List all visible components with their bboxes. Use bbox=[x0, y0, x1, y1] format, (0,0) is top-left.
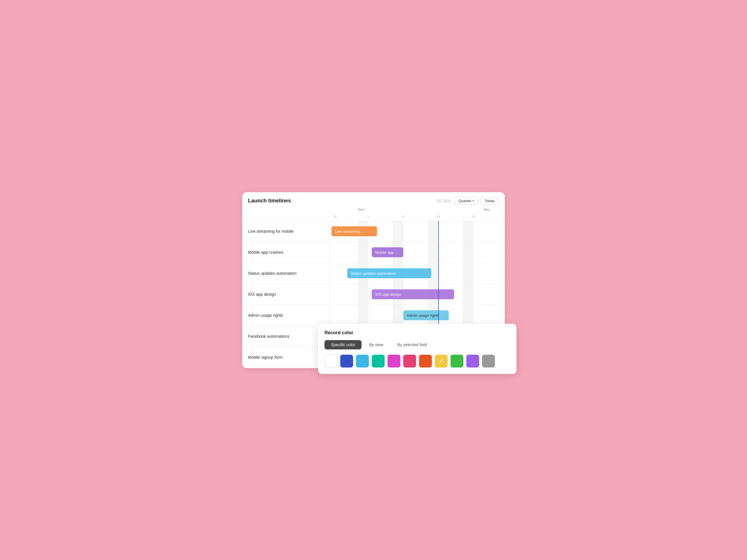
swatch-white[interactable] bbox=[325, 355, 337, 368]
date-12: 12 bbox=[402, 215, 405, 218]
swatch-dark-blue[interactable] bbox=[340, 355, 353, 368]
swatch-purple[interactable] bbox=[466, 355, 479, 368]
timeline-title: Launch timelines bbox=[248, 198, 291, 204]
april-label: April bbox=[358, 208, 364, 211]
timeline-header: Launch timelines Q1 2021 Quarter ▾ Today bbox=[242, 192, 505, 205]
task-name-admin-rights: Admin usage rights bbox=[248, 313, 283, 318]
row-label-mobile-signup: Mobile signup form bbox=[242, 347, 330, 368]
swatch-orange-red[interactable] bbox=[419, 355, 432, 368]
tab-by-selected-field[interactable]: By selected field bbox=[391, 340, 434, 349]
task-name-ios-design: iOS app design bbox=[248, 292, 276, 297]
date-19: 19 bbox=[437, 215, 440, 218]
color-swatches bbox=[325, 355, 510, 368]
tab-by-view[interactable]: By view bbox=[363, 340, 390, 349]
bar-label-live-streaming: Live streaming... bbox=[335, 229, 363, 234]
row-chart-ios-design: iOS app design bbox=[330, 284, 505, 305]
today-button[interactable]: Today bbox=[480, 197, 499, 205]
row-chart-live-streaming: Live streaming... bbox=[330, 221, 505, 242]
record-color-popup: Record color Specific color By view By s… bbox=[318, 324, 516, 374]
chevron-down-icon: ▾ bbox=[472, 199, 474, 203]
bar-label-mobile-crashes: Mobile app... bbox=[375, 250, 397, 255]
today-line bbox=[438, 284, 439, 305]
quarter-button[interactable]: Quarter ▾ bbox=[455, 197, 478, 205]
task-name-status-updates: Status updates automation bbox=[248, 271, 297, 276]
weekend-shade bbox=[393, 305, 403, 326]
row-chart-admin-rights: Admin usage rights bbox=[330, 305, 505, 326]
swatch-light-blue[interactable] bbox=[356, 355, 369, 368]
swatch-gray[interactable] bbox=[482, 355, 495, 368]
date-26: 26 bbox=[471, 215, 475, 218]
weekend-shade bbox=[393, 221, 403, 242]
col-header-dates: April May 29 5 12 19 26 bbox=[330, 205, 505, 221]
today-line bbox=[438, 242, 439, 263]
swatch-teal[interactable] bbox=[372, 355, 385, 368]
row-chart-mobile-crashes: Mobile app... bbox=[330, 242, 505, 263]
bar-label-ios-design: iOS app design bbox=[375, 292, 401, 297]
weekend-shade bbox=[463, 221, 473, 242]
row-label-ios-design: iOS app design bbox=[242, 284, 330, 305]
may-label: May bbox=[484, 208, 490, 211]
bar-label-admin-rights: Admin usage rights bbox=[407, 313, 439, 318]
weekend-shade bbox=[463, 242, 473, 263]
today-line bbox=[438, 305, 439, 326]
popup-tabs: Specific color By view By selected field bbox=[325, 340, 510, 349]
swatch-green[interactable] bbox=[450, 355, 463, 368]
today-line bbox=[438, 263, 439, 284]
swatch-magenta[interactable] bbox=[387, 355, 400, 368]
col-header-label bbox=[242, 205, 330, 221]
task-name-facebook-auto: Facebook automations bbox=[248, 334, 289, 339]
quarter-label: Quarter bbox=[458, 198, 471, 203]
bar-admin-rights[interactable]: Admin usage rights bbox=[403, 310, 449, 320]
row-chart-status-updates: Status updates automation bbox=[330, 263, 505, 284]
swatch-yellow-selected[interactable] bbox=[435, 355, 447, 368]
weekend-shade bbox=[358, 242, 368, 263]
row-label-facebook-auto: Facebook automations bbox=[242, 326, 330, 347]
bar-status-updates[interactable]: Status updates automation bbox=[347, 268, 431, 278]
timeline-controls: Q1 2021 Quarter ▾ Today bbox=[437, 197, 499, 205]
q1-label: Q1 2021 bbox=[437, 198, 451, 203]
task-name-mobile-crashes: Mobile app crashes bbox=[248, 250, 283, 255]
weekend-shade bbox=[428, 221, 438, 242]
row-label-live-streaming: Live streaming for mobile bbox=[242, 221, 330, 242]
main-container: Launch timelines Q1 2021 Quarter ▾ Today… bbox=[242, 192, 505, 368]
weekend-shade bbox=[463, 284, 473, 305]
weekend-shade bbox=[358, 284, 368, 305]
bar-mobile-crashes[interactable]: Mobile app... bbox=[372, 247, 403, 257]
weekend-shade bbox=[463, 263, 473, 284]
weekend-shade bbox=[358, 305, 368, 326]
weekend-shade bbox=[463, 305, 473, 326]
tab-specific-color[interactable]: Specific color bbox=[325, 340, 362, 349]
weekend-shade bbox=[428, 242, 438, 263]
swatch-pink-red[interactable] bbox=[403, 355, 416, 368]
row-label-admin-rights: Admin usage rights bbox=[242, 305, 330, 326]
task-name-live-streaming: Live streaming for mobile bbox=[248, 229, 293, 234]
row-label-mobile-crashes: Mobile app crashes bbox=[242, 242, 330, 263]
bar-label-status-updates: Status updates automation bbox=[351, 271, 396, 276]
date-29: 29 bbox=[333, 215, 337, 218]
bar-live-streaming[interactable]: Live streaming... bbox=[332, 226, 377, 236]
date-5: 5 bbox=[367, 215, 369, 218]
popup-title: Record color bbox=[325, 330, 510, 336]
date-header-inner: April May 29 5 12 19 26 bbox=[330, 205, 505, 221]
today-line bbox=[438, 221, 439, 242]
row-label-status-updates: Status updates automation bbox=[242, 263, 330, 284]
task-name-mobile-signup: Mobile signup form bbox=[248, 355, 282, 359]
bar-ios-design[interactable]: iOS app design bbox=[372, 289, 454, 299]
